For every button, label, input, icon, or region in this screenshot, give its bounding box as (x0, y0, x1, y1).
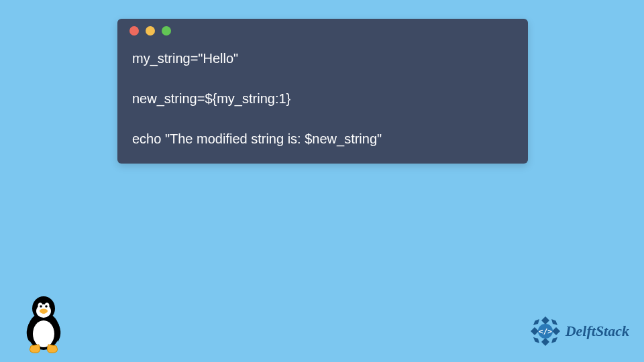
blank-line (132, 68, 513, 88)
linux-tux-icon (19, 294, 69, 354)
maximize-icon[interactable] (162, 26, 171, 36)
svg-marker-15 (533, 337, 539, 343)
svg-marker-12 (531, 327, 539, 335)
delftstack-icon: </> (529, 315, 561, 347)
svg-marker-14 (551, 337, 557, 343)
code-line-3: echo "The modified string is: $new_strin… (132, 129, 513, 149)
svg-text:</>: </> (539, 327, 552, 336)
code-body: my_string="Hello" new_string=${my_string… (117, 43, 528, 164)
code-window: my_string="Hello" new_string=${my_string… (117, 19, 528, 164)
svg-point-7 (45, 305, 48, 308)
blank-line (132, 109, 513, 129)
close-icon[interactable] (129, 26, 139, 36)
code-line-1: my_string="Hello" (132, 48, 513, 68)
delftstack-name: DelftStack (566, 322, 629, 340)
svg-point-6 (40, 305, 42, 308)
svg-marker-9 (541, 316, 549, 324)
svg-marker-13 (551, 319, 557, 325)
svg-marker-16 (533, 319, 539, 325)
delftstack-logo: </> DelftStack (529, 315, 629, 347)
minimize-icon[interactable] (146, 26, 155, 36)
window-titlebar (117, 19, 528, 43)
svg-marker-10 (552, 327, 560, 335)
svg-point-1 (33, 320, 54, 347)
svg-point-8 (40, 309, 48, 314)
svg-marker-11 (541, 338, 549, 346)
code-line-2: new_string=${my_string:1} (132, 88, 513, 109)
